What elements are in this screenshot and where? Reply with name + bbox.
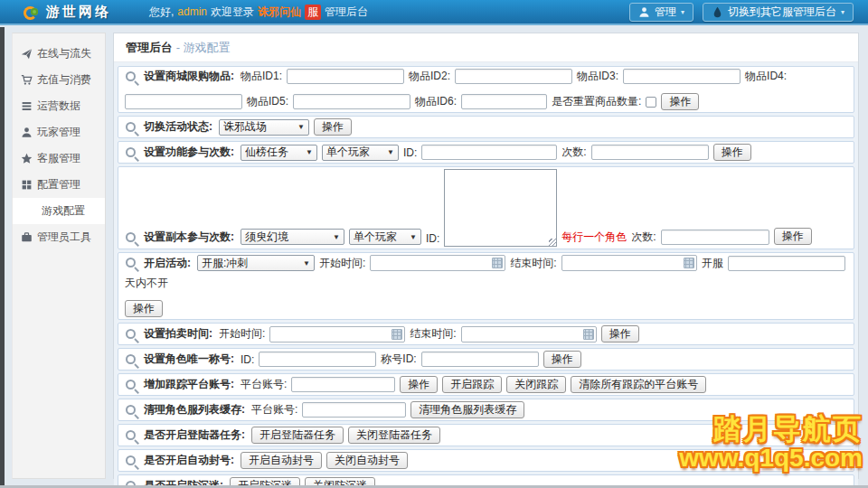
server-name: 诛邪问仙 [258, 5, 301, 20]
title-id-input[interactable] [421, 352, 539, 367]
role-id-input[interactable] [259, 352, 376, 367]
track-enable-button[interactable]: 开启跟踪 [442, 376, 502, 393]
form-row-shop-limit: 设置商城限购物品:物品ID1:物品ID2:物品ID3:物品ID4:物品ID5:物… [118, 66, 854, 113]
logo-text: 游世网络 [46, 4, 111, 21]
activity-start-input-wrap [370, 255, 505, 271]
row-label: 设置功能参与次数: [144, 145, 234, 160]
select-value: 单个玩家 [354, 230, 405, 245]
item-id4-input[interactable] [125, 94, 242, 109]
hint-text: 每行一个角色 [561, 230, 627, 245]
shop-limit-submit-button[interactable]: 操作 [661, 93, 699, 110]
sidebar-item-operation-data[interactable]: 运营数据 [13, 93, 105, 119]
auction-start-input[interactable] [272, 328, 392, 341]
track-submit-button[interactable]: 操作 [400, 376, 438, 393]
calendar-icon[interactable] [684, 258, 694, 268]
sidebar-item-label: 运营数据 [37, 99, 80, 114]
auto-ban-off-button[interactable]: 关闭自动封号 [326, 452, 408, 469]
calendar-icon[interactable] [583, 329, 594, 340]
logo-icon [24, 5, 40, 19]
open-activity-select[interactable]: 开服:冲刺▼ [197, 255, 315, 271]
search-icon [125, 352, 139, 367]
auction-submit-button[interactable]: 操作 [601, 325, 639, 343]
unique-title-submit-button[interactable]: 操作 [543, 351, 581, 368]
sidebar: 在线与流失充值与消费运营数据玩家管理客服管理配置管理游戏配置管理员工具 [12, 33, 106, 479]
form-row-auto-ban: 是否开启自动封号:开启自动封号关闭自动封号 [118, 449, 854, 472]
dungeon-times-input[interactable] [661, 230, 769, 245]
row-label: 切换活动状态: [144, 119, 212, 135]
reset-quantity-checkbox[interactable] [646, 97, 656, 108]
chevron-down-icon: ▼ [333, 233, 340, 241]
auto-ban-on-button[interactable]: 开启自动封号 [241, 452, 322, 469]
item-id6-input[interactable] [461, 94, 547, 109]
chevron-down-icon: ▾ [681, 8, 684, 16]
item-id1-input[interactable] [287, 69, 404, 84]
feature-id-input[interactable] [421, 145, 557, 160]
page-title-sub: 游戏配置 [184, 41, 231, 54]
sidebar-item-online-loss[interactable]: 在线与流失 [13, 41, 105, 67]
field-label: 平台账号: [251, 402, 297, 418]
clear-cache-button[interactable]: 清理角色服列表缓存 [410, 401, 524, 418]
open-activity-submit-button[interactable]: 操作 [125, 300, 163, 317]
manage-dropdown-button[interactable]: 管理 ▾ [629, 3, 693, 22]
calendar-icon[interactable] [492, 258, 503, 268]
switch-server-dropdown-button[interactable]: 切换到其它服管理后台 ▾ [703, 3, 854, 22]
topbar-actions: 管理 ▾ 切换到其它服管理后台 ▾ [629, 3, 854, 22]
page-layout: 在线与流失充值与消费运营数据玩家管理客服管理配置管理游戏配置管理员工具 管理后台… [0, 25, 868, 479]
field-label: ID: [403, 146, 417, 159]
activity-start-input[interactable] [373, 257, 492, 269]
sidebar-item-admin-tools[interactable]: 管理员工具 [13, 224, 105, 250]
track-disable-button[interactable]: 关闭跟踪 [506, 376, 566, 393]
track-clear-button[interactable]: 清除所有跟踪的平台账号 [571, 376, 706, 393]
row-label: 增加跟踪平台账号: [144, 377, 234, 392]
form-row-activity-state: 切换活动状态:诛邪战场▼操作 [118, 116, 854, 138]
dungeon-times-submit-button[interactable]: 操作 [774, 228, 812, 245]
select-value: 仙榜任务 [245, 145, 301, 160]
activity-end-input[interactable] [564, 257, 684, 269]
sidebar-item-config-manage[interactable]: 配置管理 [13, 172, 105, 198]
dungeon-scope-select[interactable]: 单个玩家▼ [349, 229, 421, 245]
field-label: ID: [241, 353, 254, 366]
briefcase-icon [21, 231, 33, 243]
sidebar-item-service-manage[interactable]: 客服管理 [13, 145, 105, 172]
field-label: 物品ID1: [241, 69, 282, 84]
user-icon [21, 127, 33, 138]
calendar-icon[interactable] [392, 329, 402, 340]
select-value: 诛邪战场 [223, 119, 293, 135]
feature-scope-select[interactable]: 单个玩家▼ [322, 145, 399, 161]
activity-select[interactable]: 诛邪战场▼ [219, 119, 309, 136]
launcher-task-off-button[interactable]: 关闭登陆器任务 [348, 427, 440, 444]
open-days-input[interactable] [728, 256, 845, 271]
page-title: 管理后台 - 游戏配置 [114, 33, 858, 62]
launcher-task-on-button[interactable]: 开启登陆器任务 [251, 427, 344, 444]
cache-account-input[interactable] [302, 402, 406, 418]
switch-server-button-label: 切换到其它服管理后台 [728, 5, 836, 20]
item-id2-input[interactable] [455, 69, 572, 84]
sidebar-item-recharge-consume[interactable]: 充值与消费 [13, 67, 105, 93]
item-id5-input[interactable] [293, 94, 410, 109]
feature-times-input[interactable] [591, 145, 709, 160]
sidebar-item-label: 玩家管理 [37, 125, 80, 140]
chevron-down-icon: ▼ [297, 123, 305, 131]
form-row-track-account: 增加跟踪平台账号:平台账号:操作开启跟踪关闭跟踪清除所有跟踪的平台账号 [118, 373, 854, 396]
track-account-input[interactable] [291, 377, 395, 392]
list-icon [21, 100, 33, 112]
item-id3-input[interactable] [623, 69, 741, 84]
page-title-main: 管理后台 [126, 41, 173, 54]
field-label: 物品ID3: [577, 69, 618, 84]
search-icon [125, 120, 139, 135]
welcome-text: 您好, admin 欢迎登录 诛邪问仙 服 管理后台 [149, 5, 368, 20]
feature-times-submit-button[interactable]: 操作 [713, 144, 751, 161]
auction-end-input[interactable] [464, 328, 583, 341]
activity-state-submit-button[interactable]: 操作 [314, 118, 352, 136]
field-label: 物品ID5: [247, 94, 288, 109]
dungeon-select[interactable]: 须臾幻境▼ [241, 229, 344, 245]
logo[interactable]: 游世网络 [24, 4, 111, 21]
field-label: 称号ID: [381, 352, 416, 367]
sidebar-item-player-manage[interactable]: 玩家管理 [13, 119, 105, 145]
dungeon-ids-textarea[interactable] [444, 169, 557, 247]
feature-select[interactable]: 仙榜任务▼ [241, 145, 317, 161]
form-row-dungeon-times: 设置副本参与次数:须臾幻境▼单个玩家▼ID:每行一个角色次数:操作 [118, 166, 854, 249]
sidebar-subitem-game-config-active[interactable]: 游戏配置 [13, 198, 105, 224]
form-row-launcher-task: 是否开启登陆器任务:开启登陆器任务关闭登陆器任务 [118, 424, 854, 446]
form-row-unique-title: 设置角色唯一称号:ID:称号ID:操作 [118, 348, 854, 371]
